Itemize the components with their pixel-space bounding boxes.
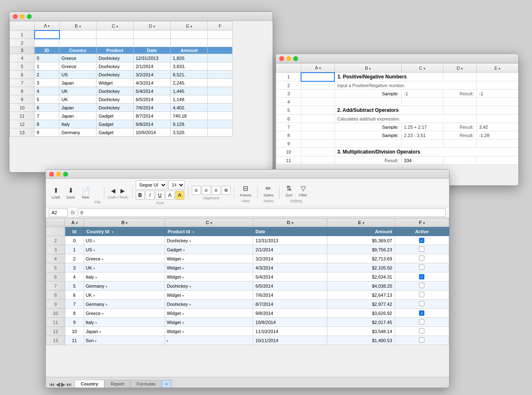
font-name-select[interactable]: Segoe UI xyxy=(136,180,167,189)
cell-date-5[interactable]: 4/3/2014 xyxy=(253,263,327,272)
close-btn-win1[interactable] xyxy=(13,14,18,19)
checkbox-unchecked[interactable] xyxy=(419,246,424,252)
cell-active-8[interactable] xyxy=(395,291,449,300)
cell-date-12[interactable]: 11/10/2014 xyxy=(253,327,327,336)
cell-country-7[interactable]: Germany ▾ xyxy=(84,281,165,291)
grid-col-a-hdr[interactable]: A ▾ xyxy=(65,218,84,227)
cell-id-7[interactable]: 5 xyxy=(65,281,84,291)
cell-country-2[interactable]: US ▾ xyxy=(84,236,165,245)
cell-product-5[interactable]: Widget ▾ xyxy=(165,263,253,272)
checkbox-unchecked[interactable] xyxy=(419,292,424,297)
sheet-scroll-win2[interactable]: A ▾ B ▾ C ▾ D ▾ E ▾ 1 1. Positive/Negati… xyxy=(276,63,518,185)
tab-country[interactable]: Country xyxy=(75,380,104,388)
cell-product-4[interactable]: Widget ▾ xyxy=(165,254,253,263)
checkbox-checked[interactable]: ✓ xyxy=(419,274,424,279)
grid-col-e-hdr[interactable]: E ▾ xyxy=(327,218,395,227)
max-btn-win2[interactable] xyxy=(293,56,298,61)
redo-button[interactable]: ▶ xyxy=(118,186,127,195)
cell-amount-4[interactable]: $2,713.69 xyxy=(327,254,395,263)
cell-active-4[interactable] xyxy=(395,254,449,263)
bold-button[interactable]: B xyxy=(136,191,145,200)
tab-new[interactable]: + xyxy=(162,380,172,388)
cell-date-10[interactable]: 9/8/2014 xyxy=(253,309,327,318)
cell-country-4[interactable]: Greece ▾ xyxy=(84,254,165,263)
cell-id-9[interactable]: 7 xyxy=(65,300,84,309)
cell-id-4[interactable]: 2 xyxy=(65,254,84,263)
checkbox-unchecked[interactable] xyxy=(419,328,424,334)
italic-button[interactable]: I xyxy=(146,191,155,200)
tab-last-btn[interactable]: ⏭ xyxy=(66,381,72,388)
checkbox-unchecked[interactable] xyxy=(419,265,424,270)
load-button[interactable]: ⬆ Load xyxy=(49,185,62,201)
cell-product-13[interactable]: ▾ xyxy=(165,336,253,345)
align-center-button[interactable]: ≡ xyxy=(202,186,211,195)
cell-id-13[interactable]: 11 xyxy=(65,336,84,345)
align-left-button[interactable]: ≡ xyxy=(192,186,201,195)
cell-amount-2[interactable]: $5,369.07 xyxy=(327,236,395,245)
cell-id-6[interactable]: 4 xyxy=(65,272,84,281)
cell-date-13[interactable]: 10/11/2014 xyxy=(253,336,327,345)
checkbox-unchecked[interactable] xyxy=(419,319,424,324)
cell-date-6[interactable]: 5/4/2014 xyxy=(253,272,327,281)
tab-first-btn[interactable]: ⏮ xyxy=(49,381,55,388)
cell-country-8[interactable]: UK ▾ xyxy=(84,291,165,300)
cell-amount-5[interactable]: $2,105.50 xyxy=(327,263,395,272)
checkbox-unchecked[interactable] xyxy=(419,283,424,288)
grid-col-b-hdr[interactable]: B ▾ xyxy=(84,218,165,227)
cell-amount-10[interactable]: $3,626.92 xyxy=(327,309,395,318)
cell-date-7[interactable]: 6/5/2014 xyxy=(253,281,327,291)
cell-product-2[interactable]: Doohickey ▾ xyxy=(165,236,253,245)
underline-button[interactable]: U xyxy=(155,191,165,200)
col-c[interactable]: C ▾ xyxy=(97,21,134,31)
highlight-button[interactable]: A xyxy=(175,191,184,200)
freeze-button[interactable]: ⊟ Freeze xyxy=(238,183,254,199)
cell-country-5[interactable]: UK ▾ xyxy=(84,263,165,272)
tab-prev-btn[interactable]: ◀ xyxy=(56,381,60,388)
close-btn-win2[interactable] xyxy=(279,56,284,61)
col-f[interactable]: F xyxy=(208,21,233,31)
cell-country-12[interactable]: Japan ▾ xyxy=(84,327,165,336)
cell-country-10[interactable]: Greece ▾ xyxy=(84,309,165,318)
window-country-sheet[interactable]: A ▾ B ▾ C ▾ D ▾ E ▾ F 1 xyxy=(9,12,273,173)
cell-active-11[interactable] xyxy=(395,318,449,327)
cell-active-13[interactable] xyxy=(395,336,449,345)
max-btn-win1[interactable] xyxy=(27,14,32,19)
cell-amount-6[interactable]: $2,634.31 xyxy=(327,272,395,281)
sheet-scroll-win1[interactable]: A ▾ B ▾ C ▾ D ▾ E ▾ F 1 xyxy=(9,21,273,172)
grid-col-c-hdr[interactable]: C ▾ xyxy=(165,218,253,227)
cell-amount-3[interactable]: $9,756.23 xyxy=(327,245,395,254)
cell-product-9[interactable]: Doohickey ▾ xyxy=(165,300,253,309)
cell-active-12[interactable] xyxy=(395,327,449,336)
cell-id-3[interactable]: 1 xyxy=(65,245,84,254)
cell-country-13[interactable]: Son ▾ xyxy=(84,336,165,345)
cell-product-11[interactable]: Widget ▾ xyxy=(165,318,253,327)
cell-amount-8[interactable]: $2,647.13 xyxy=(327,291,395,300)
cell-product-7[interactable]: Doohickey ▾ xyxy=(165,281,253,291)
tab-formulas[interactable]: Formulas xyxy=(130,380,162,388)
cell-country-3[interactable]: US ▾ xyxy=(84,245,165,254)
cell-id-5[interactable]: 3 xyxy=(65,263,84,272)
cell-date-11[interactable]: 10/9/2014 xyxy=(253,318,327,327)
cell-active-5[interactable] xyxy=(395,263,449,272)
align-right-button[interactable]: ≡ xyxy=(212,186,221,195)
window-main-sheet[interactable]: ⬆ Load ⬇ Save 📄 New File ◀ ▶ xyxy=(45,169,450,388)
col-b[interactable]: B ▾ xyxy=(59,21,97,31)
min-btn-win2[interactable] xyxy=(286,56,291,61)
cell-active-6[interactable]: ✓ xyxy=(395,272,449,281)
min-btn-win1[interactable] xyxy=(20,14,25,19)
cell-id-12[interactable]: 10 xyxy=(65,327,84,336)
new-button[interactable]: 📄 New xyxy=(79,185,92,201)
col-a[interactable]: A ▾ xyxy=(35,21,59,31)
cell-amount-9[interactable]: $2,977.42 xyxy=(327,300,395,309)
filter-button[interactable]: ▽ Filter xyxy=(297,183,310,199)
cell-product-8[interactable]: Widget ▾ xyxy=(165,291,253,300)
cell-id-2[interactable]: 0 xyxy=(65,236,84,245)
cell-active-2[interactable]: ✓ xyxy=(395,236,449,245)
cell-product-3[interactable]: Gadget ▾ xyxy=(165,245,253,254)
cell-active-7[interactable] xyxy=(395,281,449,291)
cell-country-11[interactable]: Italy ▾ xyxy=(84,318,165,327)
cell-amount-11[interactable]: $2,017.45 xyxy=(327,318,395,327)
sort-button[interactable]: ⇅ Sort xyxy=(283,183,295,199)
data-grid-container[interactable]: A ▾ B ▾ C ▾ D ▾ E ▾ F ▾ Id Country Id ▾ … xyxy=(46,218,449,377)
checkbox-unchecked[interactable] xyxy=(419,337,424,343)
